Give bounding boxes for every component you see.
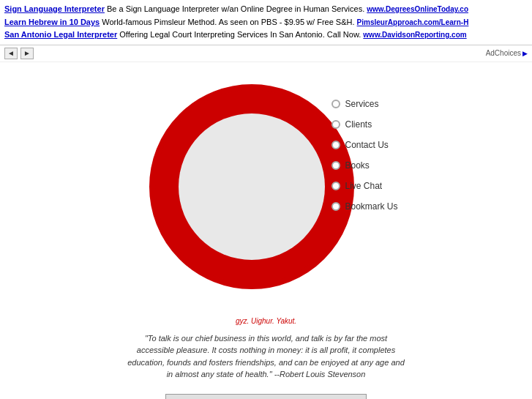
tagline-text: gyz. Uighur. Yakut. bbox=[236, 317, 296, 325]
menu-label-clients: Clients bbox=[345, 119, 372, 130]
ad-url-1[interactable]: www.DegreesOnlineToday.co bbox=[367, 5, 468, 13]
menu-dot-books bbox=[331, 161, 340, 170]
menu-item-services[interactable]: Services bbox=[331, 99, 397, 109]
email-colleague-button[interactable]: E-mail this website to a colleague/frien… bbox=[165, 394, 367, 399]
ad-desc-3: Offering Legal Court Interpreting Servic… bbox=[119, 30, 361, 39]
ad-url-3[interactable]: www.DavidsonReporting.com bbox=[363, 31, 466, 39]
ad-link-2[interactable]: Learn Hebrew in 10 Days bbox=[4, 18, 100, 26]
menu-label-livechat: Live Chat bbox=[345, 181, 382, 191]
inner-circle bbox=[179, 113, 325, 260]
menu-dot-services bbox=[331, 100, 340, 108]
ad-nav-row: ◄ ► AdChoices ▶ bbox=[0, 45, 532, 62]
menu-items-list: Services Clients Contact Us Books Live C… bbox=[331, 99, 397, 212]
menu-item-contact[interactable]: Contact Us bbox=[331, 140, 397, 150]
menu-dot-livechat bbox=[331, 182, 340, 190]
ad-url-2[interactable]: PimsleurApproach.com/Learn-H bbox=[357, 18, 469, 26]
ad-link-1[interactable]: Sign Language Interpreter bbox=[4, 4, 105, 13]
adchoices-label: AdChoices ▶ bbox=[486, 49, 528, 57]
menu-label-contact: Contact Us bbox=[345, 140, 388, 150]
ad-row-2: Learn Hebrew in 10 Days World-famous Pim… bbox=[4, 16, 528, 29]
prev-ad-button[interactable]: ◄ bbox=[4, 48, 18, 59]
circle-menu: Services Clients Contact Us Books Live C… bbox=[135, 77, 398, 311]
menu-item-bookmark[interactable]: Bookmark Us bbox=[331, 201, 397, 212]
ad-banner: Sign Language Interpreter Be a Sign Lang… bbox=[0, 0, 532, 45]
ad-row-1: Sign Language Interpreter Be a Sign Lang… bbox=[4, 3, 528, 16]
ad-desc-1: Be a Sign Language Interpreter w/an Onli… bbox=[107, 4, 364, 13]
menu-item-books[interactable]: Books bbox=[331, 160, 397, 171]
ad-nav-arrows: ◄ ► bbox=[4, 48, 34, 59]
menu-dot-clients bbox=[331, 120, 340, 129]
next-ad-button[interactable]: ► bbox=[20, 48, 34, 59]
menu-label-services: Services bbox=[345, 99, 378, 109]
ad-desc-2: World-famous Pimsleur Method. As seen on… bbox=[102, 18, 354, 26]
quote-text: "To talk is our chief business in this w… bbox=[127, 332, 405, 381]
menu-item-livechat[interactable]: Live Chat bbox=[331, 181, 397, 191]
main-content: Services Clients Contact Us Books Live C… bbox=[0, 62, 532, 399]
menu-dot-bookmark bbox=[331, 202, 340, 211]
ad-link-3[interactable]: San Antonio Legal Interpreter bbox=[4, 30, 117, 39]
menu-item-clients[interactable]: Clients bbox=[331, 119, 397, 130]
menu-label-bookmark: Bookmark Us bbox=[345, 201, 397, 212]
ad-row-3: San Antonio Legal Interpreter Offering L… bbox=[4, 29, 528, 42]
adchoices-icon: ▶ bbox=[522, 50, 528, 57]
menu-label-books: Books bbox=[345, 160, 369, 171]
menu-dot-contact bbox=[331, 141, 340, 149]
